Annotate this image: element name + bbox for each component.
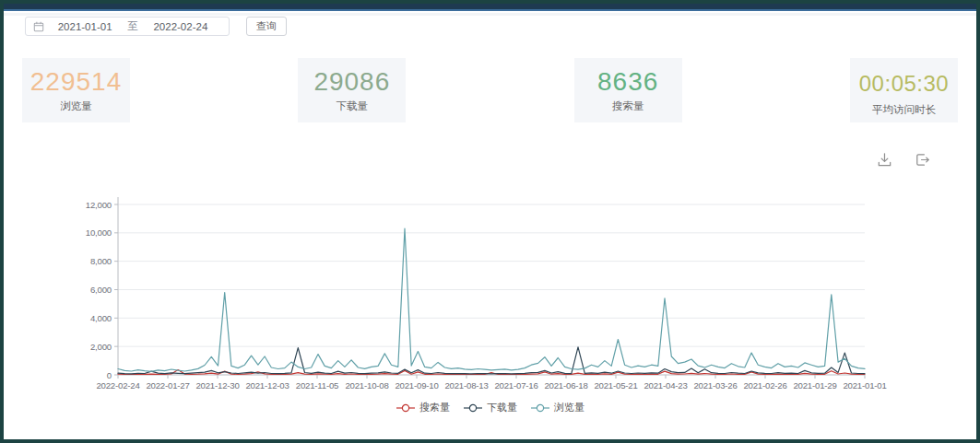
date-range-input[interactable]: 2021-01-01 至 2022-02-24 bbox=[25, 17, 230, 36]
chart-legend: 搜索量下载量浏览量 bbox=[4, 401, 976, 414]
export-icon[interactable] bbox=[914, 151, 931, 169]
svg-text:2022-01-27: 2022-01-27 bbox=[146, 380, 189, 391]
svg-text:12,000: 12,000 bbox=[86, 200, 112, 210]
searches-value: 8636 bbox=[574, 67, 682, 97]
query-button[interactable]: 查询 bbox=[246, 17, 287, 36]
stat-card-downloads: 29086 下载量 bbox=[298, 58, 406, 122]
downloads-label: 下载量 bbox=[298, 99, 406, 113]
svg-text:6,000: 6,000 bbox=[90, 285, 112, 295]
start-date-value[interactable]: 2021-01-01 bbox=[44, 21, 125, 32]
line-chart-canvas[interactable]: 02,0004,0006,0008,00010,00012,0002022-02… bbox=[83, 189, 903, 419]
svg-text:2021-09-10: 2021-09-10 bbox=[395, 380, 438, 391]
legend-item-搜索量[interactable]: 搜索量 bbox=[396, 401, 450, 414]
views-label: 浏览量 bbox=[22, 99, 130, 113]
download-icon[interactable] bbox=[876, 151, 893, 169]
svg-text:2021-06-18: 2021-06-18 bbox=[544, 380, 587, 391]
calendar-icon bbox=[33, 21, 44, 32]
svg-text:2021-10-08: 2021-10-08 bbox=[345, 380, 388, 391]
svg-text:4,000: 4,000 bbox=[90, 313, 112, 323]
legend-item-下载量[interactable]: 下载量 bbox=[463, 401, 517, 414]
legend-item-浏览量[interactable]: 浏览量 bbox=[530, 401, 584, 414]
svg-text:2021-11-05: 2021-11-05 bbox=[296, 380, 338, 391]
svg-text:8,000: 8,000 bbox=[90, 256, 112, 266]
avg-duration-label: 平均访问时长 bbox=[850, 103, 958, 117]
svg-text:0: 0 bbox=[107, 370, 112, 380]
svg-text:2021-03-26: 2021-03-26 bbox=[693, 380, 737, 391]
svg-text:2021-07-16: 2021-07-16 bbox=[494, 380, 537, 391]
svg-text:2021-02-26: 2021-02-26 bbox=[743, 380, 786, 391]
views-value: 229514 bbox=[22, 67, 130, 97]
stat-card-searches: 8636 搜索量 bbox=[574, 58, 682, 122]
analytics-dashboard: 2021-01-01 至 2022-02-24 查询 229514 浏览量 29… bbox=[0, 0, 980, 443]
svg-text:10,000: 10,000 bbox=[86, 227, 112, 238]
svg-text:2021-01-29: 2021-01-29 bbox=[793, 380, 836, 391]
svg-text:2,000: 2,000 bbox=[90, 342, 112, 352]
svg-text:2021-12-30: 2021-12-30 bbox=[195, 380, 239, 391]
searches-label: 搜索量 bbox=[574, 99, 682, 113]
svg-text:2022-02-24: 2022-02-24 bbox=[96, 380, 140, 391]
usage-trend-chart[interactable]: 02,0004,0006,0008,00010,00012,0002022-02… bbox=[83, 189, 903, 419]
stat-cards-row: 229514 浏览量 29086 下载量 8636 搜索量 00:05:30 平… bbox=[4, 58, 976, 122]
svg-text:2021-04-23: 2021-04-23 bbox=[643, 380, 687, 391]
date-separator: 至 bbox=[125, 19, 140, 33]
stat-card-avg-duration: 00:05:30 平均访问时长 bbox=[850, 58, 958, 122]
top-accent-bar bbox=[4, 4, 976, 11]
toolbar: 2021-01-01 至 2022-02-24 查询 bbox=[25, 17, 287, 36]
top-shade bbox=[4, 13, 976, 16]
chart-actions bbox=[876, 151, 931, 169]
end-date-value[interactable]: 2022-02-24 bbox=[140, 21, 221, 32]
svg-text:2021-12-03: 2021-12-03 bbox=[245, 380, 289, 391]
svg-text:2021-08-13: 2021-08-13 bbox=[444, 380, 488, 391]
avg-duration-value: 00:05:30 bbox=[850, 67, 958, 100]
downloads-value: 29086 bbox=[298, 67, 406, 97]
stat-card-views: 229514 浏览量 bbox=[22, 58, 130, 122]
svg-text:2021-01-01: 2021-01-01 bbox=[843, 380, 886, 391]
svg-text:2021-05-21: 2021-05-21 bbox=[594, 380, 637, 391]
